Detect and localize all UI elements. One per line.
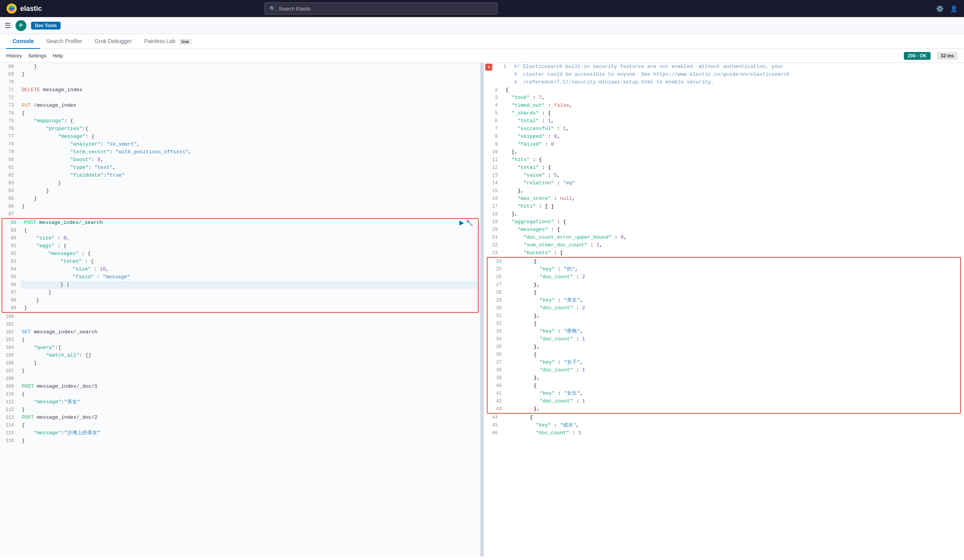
output-row: 23 "buckets" : [ (484, 249, 964, 257)
table-row: 93 "terms" : { (2, 258, 478, 265)
panel-divider[interactable]: ⋮ (481, 63, 484, 557)
table-row: 116} (0, 437, 480, 445)
table-row: 94 "size" : 10, (2, 265, 478, 273)
table-row: 71DELETE message_index (0, 86, 480, 94)
table-row: 79 "term_vector": "with_positions_offset… (0, 148, 480, 156)
output-row: 18 }, (484, 210, 964, 218)
avatar[interactable]: P (16, 20, 26, 31)
output-row: 42 "doc_count" : 1 (488, 397, 960, 405)
run-button[interactable]: ▶ (459, 219, 464, 226)
output-row: 19 "aggregations" : { (484, 218, 964, 226)
status-badge: 200 - OK (904, 52, 931, 60)
output-row: 14 "relation" : "eq" (484, 179, 964, 187)
table-row: 77 "message": { (0, 133, 480, 140)
table-row: 109POST message_index/_doc/1 (0, 383, 480, 390)
hamburger-button[interactable]: ☰ (5, 21, 11, 30)
tab-bar: Console Search Profiler Grok Debugger Pa… (0, 34, 964, 49)
output-row: 15 }, (484, 187, 964, 195)
output-row: 31 }, (488, 312, 960, 320)
tab-grok-debugger[interactable]: Grok Debugger (89, 34, 138, 49)
output-row: 8 "skipped" : 0, (484, 133, 964, 140)
search-icon: 🔍 (269, 6, 276, 12)
output-row: 33 "key" : "夜晚", (488, 328, 960, 335)
output-row: 27 }, (488, 281, 960, 289)
output-row: 5 "_shards" : { (484, 109, 964, 117)
user-icon[interactable]: 👤 (950, 5, 958, 12)
table-row: 111 "message":"美女" (0, 398, 480, 406)
output-lines-wrapper: 1 #! Elasticsearch built-in security fea… (492, 63, 964, 86)
search-placeholder: Search Elastic (279, 6, 311, 12)
output-row: 20 "messages" : { (484, 226, 964, 234)
output-panel[interactable]: ✕ 1 #! Elasticsearch built-in security f… (484, 63, 964, 557)
output-row: 11 "hits" : { (484, 156, 964, 164)
nav-icons: ⚙️ 👤 (936, 5, 958, 12)
output-header-row: ✕ 1 #! Elasticsearch built-in security f… (484, 63, 964, 86)
table-row: 69} (0, 71, 480, 78)
table-row: 78 "analyzer": "ik_smart", (0, 140, 480, 148)
table-row: 110{ (0, 390, 480, 398)
wrench-button[interactable]: 🔧 (465, 219, 473, 226)
output-row: 9 "failed" : 0 (484, 140, 964, 148)
output-row: 34 "doc_count" : 1 (488, 335, 960, 343)
table-row: 92 "messages" : { (2, 250, 478, 258)
output-row: 41 "key" : "女生", (488, 390, 960, 397)
table-row: 74{ (0, 109, 480, 117)
table-row: 70 (0, 78, 480, 86)
main-content: 68 } 69} 70 71DELETE message_index 72 73… (0, 63, 964, 557)
table-row: 100 (0, 313, 480, 321)
history-button[interactable]: History (6, 51, 22, 60)
tab-console[interactable]: Console (6, 34, 40, 49)
output-row: 29 "key" : "美女", (488, 296, 960, 304)
table-row: 84 } (0, 187, 480, 195)
output-row: 12 "total" : { (484, 164, 964, 172)
output-row: 21 "doc_count_error_upper_bound" : 0, (484, 234, 964, 241)
output-row: 32 { (488, 320, 960, 328)
top-navigation: elastic 🔍 Search Elastic ⚙️ 👤 (0, 0, 964, 17)
settings-button[interactable]: Settings (28, 51, 46, 60)
table-row: 88 POST message_index/_search ▶ 🔧 (2, 219, 478, 227)
sub-toolbar: History Settings Help 200 - OK 32 ms (0, 49, 964, 63)
run-buttons: ▶ 🔧 (459, 219, 473, 226)
table-row: 96 } | (2, 281, 478, 289)
highlighted-output-block: 24 { 25 "key" : "的", 26 "doc_count" : 2 … (487, 257, 961, 414)
editor-panel[interactable]: 68 } 69} 70 71DELETE message_index 72 73… (0, 63, 481, 557)
dev-tools-badge[interactable]: Dev Tools (31, 22, 61, 29)
table-row: 80 "boost": 8, (0, 156, 480, 164)
table-row: 68 } (0, 63, 480, 71)
table-row: 104 "query":{ (0, 344, 480, 352)
help-button[interactable]: Help (52, 51, 63, 60)
output-row: 46 "doc_count" : 1 (484, 429, 964, 437)
output-row: 38 "doc_count" : 1 (488, 366, 960, 374)
output-row: 25 "key" : "的", (488, 265, 960, 273)
table-row: 87 (0, 210, 480, 218)
second-bar: ☰ P Dev Tools (0, 17, 964, 34)
elastic-logo-icon (6, 3, 17, 14)
table-row: 107} (0, 367, 480, 375)
table-row: 91 "aggs" : { (2, 242, 478, 250)
table-row: 73PUT /message_index (0, 102, 480, 109)
close-output-button[interactable]: ✕ (485, 64, 492, 71)
table-row: 98 } (2, 296, 478, 304)
global-search-bar[interactable]: 🔍 Search Elastic (264, 2, 497, 15)
table-row: 103{ (0, 336, 480, 344)
svg-point-3 (9, 7, 15, 10)
output-row: 39 }, (488, 374, 960, 382)
elastic-logo[interactable]: elastic (6, 3, 42, 14)
table-row: 76 "properties":{ (0, 125, 480, 133)
output-row: # cluster could be accessible to anyone.… (492, 71, 964, 78)
table-row: 89{ (2, 227, 478, 234)
tab-painless-lab[interactable]: Painless Lab true (138, 34, 198, 49)
output-row: 43 }, (488, 405, 960, 413)
table-row: 101 (0, 321, 480, 328)
highlighted-code-block: 88 POST message_index/_search ▶ 🔧 89{ 90… (2, 218, 479, 313)
settings-icon[interactable]: ⚙️ (936, 5, 944, 12)
table-row: 86} (0, 203, 480, 210)
table-row: 106 } (0, 359, 480, 367)
output-row: 16 "max_score" : null, (484, 195, 964, 203)
output-row: 26 "doc_count" : 2 (488, 273, 960, 281)
table-row: 97 } (2, 289, 478, 296)
output-row: 6 "total" : 1, (484, 117, 964, 125)
table-row: 108 (0, 375, 480, 383)
output-row: 40 { (488, 382, 960, 390)
tab-search-profiler[interactable]: Search Profiler (40, 34, 89, 49)
